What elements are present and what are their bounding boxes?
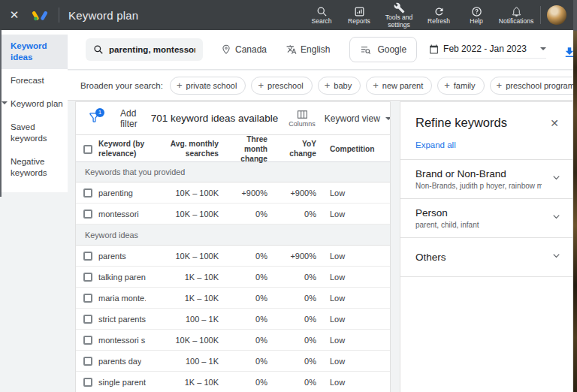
keyword-cell: talking parents bbox=[98, 273, 146, 282]
competition-cell: Low bbox=[324, 378, 384, 387]
sidebar-item-negative-keywords[interactable]: Negative keywords bbox=[0, 150, 68, 185]
yoy-cell: 0% bbox=[275, 336, 324, 345]
keyword-planner-app: ✕ Keyword plan Search Reports Tools and … bbox=[0, 0, 577, 392]
language-selector[interactable]: English bbox=[286, 44, 330, 55]
avg-searches-cell: 1K – 10K bbox=[146, 378, 226, 387]
refine-group-brand[interactable]: Brand or Non-Brand Non-Brands, judith p … bbox=[400, 160, 572, 199]
three-month-cell: 0% bbox=[226, 210, 275, 219]
keyword-ideas-table: 1 Add filter 701 keyword ideas available… bbox=[75, 101, 391, 392]
row-checkbox[interactable] bbox=[83, 315, 92, 324]
keyword-cell: montessori s... bbox=[98, 336, 146, 345]
account-avatar[interactable] bbox=[547, 5, 566, 25]
competition-cell: Low bbox=[324, 357, 384, 366]
keyword-cell: maria monte... bbox=[98, 294, 146, 303]
row-checkbox[interactable] bbox=[83, 378, 92, 387]
search-menu-button[interactable]: Search bbox=[303, 5, 340, 26]
table-row[interactable]: parenting 10K – 100K +900% +900% Low bbox=[76, 182, 390, 204]
row-checkbox[interactable] bbox=[83, 210, 92, 219]
plus-icon: + bbox=[325, 80, 331, 90]
refresh-button[interactable]: Refresh bbox=[420, 5, 458, 26]
column-header-avg-monthly[interactable]: Avg. monthly searches bbox=[146, 140, 226, 159]
refine-group-person[interactable]: Person parent, child, infant bbox=[400, 199, 572, 238]
topbar-actions: Search Reports Tools and settings Refres… bbox=[303, 0, 577, 30]
three-month-cell: 0% bbox=[226, 273, 275, 282]
search-networks-icon bbox=[360, 44, 371, 56]
plus-icon: + bbox=[497, 80, 503, 90]
table-header-row: Keyword (by relevance) Avg. monthly sear… bbox=[76, 135, 390, 162]
competition-cell: Low bbox=[324, 252, 384, 261]
row-checkbox[interactable] bbox=[83, 357, 92, 366]
expand-all-link[interactable]: Expand all bbox=[400, 131, 572, 160]
column-header-three-month[interactable]: Three month change bbox=[226, 135, 275, 164]
table-row[interactable]: montessori 10K – 100K 0% 0% Low bbox=[76, 204, 390, 225]
help-icon bbox=[471, 6, 482, 17]
yoy-cell: 0% bbox=[275, 357, 324, 366]
refine-group-others[interactable]: Others bbox=[400, 238, 572, 277]
notifications-button[interactable]: Notifications bbox=[495, 5, 537, 26]
tools-settings-button[interactable]: Tools and settings bbox=[378, 1, 420, 29]
avg-searches-cell: 10K – 100K bbox=[146, 252, 226, 261]
chip-preschool-programs[interactable]: +preschool programs bbox=[490, 77, 577, 95]
add-filter-button[interactable]: Add filter bbox=[120, 108, 137, 129]
avg-searches-cell: 10K – 100K bbox=[146, 188, 226, 198]
avg-searches-cell: 100 – 1K bbox=[146, 315, 226, 324]
table-row[interactable]: parents day 100 – 1K 0% 0% Low bbox=[76, 351, 390, 372]
chevron-down-icon[interactable] bbox=[551, 250, 562, 264]
row-checkbox[interactable] bbox=[83, 294, 92, 303]
three-month-cell: 0% bbox=[226, 336, 275, 345]
column-header-yoy[interactable]: YoY change bbox=[275, 140, 324, 159]
row-checkbox[interactable] bbox=[83, 188, 92, 198]
keyword-view-selector[interactable]: Keyword view bbox=[325, 113, 391, 124]
table-row[interactable]: single parents 1K – 10K 0% 0% Low bbox=[76, 372, 390, 392]
divider bbox=[59, 8, 59, 23]
google-ads-logo-icon bbox=[32, 7, 48, 23]
reports-button[interactable]: Reports bbox=[340, 5, 378, 26]
section-keyword-ideas: Keyword ideas bbox=[76, 225, 390, 246]
row-checkbox[interactable] bbox=[83, 252, 92, 261]
help-button[interactable]: Help bbox=[458, 5, 495, 26]
three-month-cell: 0% bbox=[226, 252, 275, 261]
row-checkbox[interactable] bbox=[83, 273, 92, 282]
network-selector[interactable]: Google bbox=[349, 37, 417, 62]
chip-family[interactable]: +family bbox=[437, 77, 484, 95]
location-selector[interactable]: Canada bbox=[221, 44, 267, 55]
competition-cell: Low bbox=[324, 315, 384, 324]
refine-title: Refine keywords bbox=[415, 116, 507, 130]
chip-private-school[interactable]: +private school bbox=[170, 77, 246, 95]
search-input[interactable] bbox=[109, 45, 195, 54]
select-all-checkbox[interactable] bbox=[83, 145, 92, 154]
keyword-search-box[interactable] bbox=[86, 38, 203, 61]
chevron-down-icon[interactable] bbox=[551, 211, 562, 225]
column-header-competition[interactable]: Competition bbox=[324, 145, 384, 155]
row-checkbox[interactable] bbox=[83, 336, 92, 345]
keyword-cell: parents bbox=[98, 252, 126, 261]
bell-icon bbox=[511, 6, 522, 17]
close-icon[interactable]: ✕ bbox=[0, 8, 29, 22]
table-row[interactable]: talking parents 1K – 10K 0% 0% Low bbox=[76, 267, 390, 288]
table-row[interactable]: strict parents 100 – 1K 0% 0% Low bbox=[76, 309, 390, 330]
sidebar-item-keyword-plan[interactable]: Keyword plan bbox=[0, 92, 68, 116]
plus-icon: + bbox=[258, 80, 264, 90]
close-icon[interactable]: ✕ bbox=[547, 116, 562, 131]
sidebar-item-forecast[interactable]: Forecast bbox=[0, 69, 68, 92]
chip-new-parent[interactable]: +new parent bbox=[366, 77, 432, 95]
sidebar-item-keyword-ideas[interactable]: Keyword ideas bbox=[0, 35, 68, 69]
sidebar-item-saved-keywords[interactable]: Saved keywords bbox=[0, 116, 68, 150]
sidebar-nav: Keyword ideas Forecast Keyword plan Save… bbox=[0, 30, 68, 192]
yoy-cell: 0% bbox=[275, 273, 324, 282]
top-bar: ✕ Keyword plan Search Reports Tools and … bbox=[0, 0, 577, 30]
refresh-icon bbox=[434, 6, 445, 17]
translate-icon bbox=[286, 44, 297, 55]
date-range-selector[interactable]: Feb 2022 - Jan 2023 bbox=[429, 41, 546, 59]
filter-count-badge: 1 bbox=[95, 108, 104, 117]
filter-button[interactable]: 1 bbox=[88, 111, 101, 126]
table-row[interactable]: montessori s... 10K – 100K 0% 0% Low bbox=[76, 330, 390, 351]
column-header-keyword[interactable]: Keyword (by relevance) bbox=[98, 140, 146, 159]
table-row[interactable]: maria monte... 1K – 10K 0% 0% Low bbox=[76, 288, 390, 309]
chip-baby[interactable]: +baby bbox=[318, 77, 361, 95]
chip-preschool[interactable]: +preschool bbox=[251, 77, 312, 95]
table-row[interactable]: parents 10K – 100K 0% +900% Low bbox=[76, 246, 390, 267]
chevron-down-icon[interactable] bbox=[551, 172, 562, 186]
column-header-ad-impr[interactable]: Ad imp bbox=[384, 145, 391, 155]
columns-button[interactable]: Columns bbox=[288, 110, 316, 128]
